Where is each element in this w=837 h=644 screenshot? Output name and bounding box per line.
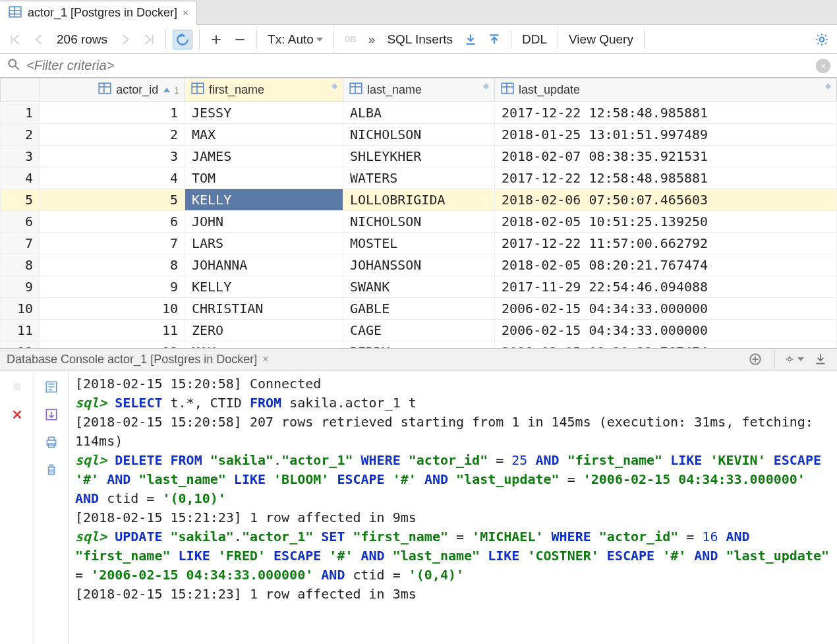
cell[interactable]: 2017-11-29 22:54:46.094088 — [495, 276, 837, 298]
table-row[interactable]: 11JESSYALBA2017-12-22 12:58:48.985881 — [1, 102, 837, 124]
cell[interactable]: 6 — [1, 211, 40, 233]
console-settings-button[interactable] — [784, 349, 804, 369]
cell[interactable]: NICHOLSON — [343, 211, 495, 233]
cell[interactable]: 7 — [40, 233, 185, 254]
cell[interactable]: KELLY — [185, 276, 343, 298]
tab-actor-1[interactable]: actor_1 [Postgres in Docker] × — [0, 1, 197, 25]
cell[interactable]: 5 — [1, 189, 40, 211]
cell[interactable]: WATERS — [343, 167, 495, 189]
cell[interactable]: 2 — [1, 124, 40, 146]
table-row[interactable]: 88JOHANNAJOHANSSON2018-02-05 08:20:21.76… — [1, 254, 837, 276]
next-page-button[interactable] — [115, 30, 135, 49]
cell[interactable]: 2018-02-07 08:38:35.921531 — [495, 146, 837, 167]
cell[interactable]: 2018-02-05 08:20:21.767474 — [495, 341, 837, 349]
cell[interactable]: 3 — [40, 146, 185, 167]
cell[interactable]: KELLY — [185, 189, 343, 211]
cell[interactable]: 6 — [40, 211, 185, 233]
cell[interactable]: 4 — [1, 167, 40, 189]
filter-input[interactable] — [26, 58, 811, 73]
table-row[interactable]: 66JOHNNICHOLSON2018-02-05 10:51:25.13925… — [1, 211, 837, 233]
output-button[interactable] — [40, 403, 63, 426]
table-row[interactable]: 1010CHRISTIANGABLE2006-02-15 04:34:33.00… — [1, 298, 837, 320]
cell[interactable]: JOHANSSON — [343, 254, 495, 276]
cell[interactable]: 2 — [40, 124, 185, 146]
table-row[interactable]: 33JAMESSHLEYKHER2018-02-07 08:38:35.9215… — [1, 146, 837, 167]
cell[interactable]: LARS — [185, 233, 343, 254]
cell[interactable]: 2018-01-25 13:01:51.997489 — [495, 124, 837, 146]
ddl-button[interactable]: DDL — [518, 32, 551, 47]
table-row[interactable]: 44TOMWATERS2017-12-22 12:58:48.985881 — [1, 167, 837, 189]
cell[interactable]: 1 — [40, 102, 185, 124]
cell[interactable]: MOSTEL — [343, 233, 495, 254]
column-header-last-name[interactable]: last_name ◆ — [343, 78, 495, 102]
cell[interactable]: JAMES — [185, 146, 343, 167]
cell[interactable]: 8 — [1, 254, 40, 276]
stop-button[interactable] — [6, 376, 28, 398]
first-page-button[interactable] — [5, 30, 25, 49]
import-button[interactable] — [461, 30, 480, 49]
close-icon[interactable]: × — [183, 7, 188, 19]
add-row-button[interactable] — [206, 30, 226, 49]
cell[interactable]: MAX — [185, 124, 343, 146]
cell[interactable]: 5 — [40, 189, 185, 211]
export-button[interactable] — [484, 30, 504, 49]
cell[interactable]: 8 — [40, 254, 185, 276]
sort-handle-icon[interactable]: ◆ — [825, 81, 831, 90]
print-button[interactable] — [40, 431, 63, 454]
cell[interactable]: LOLLOBRIGIDA — [343, 189, 495, 211]
clear-filter-button[interactable]: × — [816, 59, 830, 73]
cell[interactable]: BERRY — [343, 341, 495, 349]
cell[interactable]: NICHOLSON — [343, 124, 495, 146]
cell[interactable]: 2006-02-15 04:34:33.000000 — [495, 320, 837, 341]
cell[interactable]: 2006-02-15 04:34:33.000000 — [495, 298, 837, 320]
cell[interactable]: 10 — [1, 298, 40, 320]
table-row[interactable]: 1111ZEROCAGE2006-02-15 04:34:33.000000 — [1, 320, 837, 341]
cell[interactable]: 9 — [40, 276, 185, 298]
cell[interactable]: 10 — [40, 298, 185, 320]
cell[interactable]: 12 — [40, 341, 185, 349]
cell[interactable]: 1 — [1, 102, 40, 124]
cell[interactable]: SWANK — [343, 276, 495, 298]
settings-button[interactable] — [812, 30, 832, 49]
table-row[interactable]: 77LARSMOSTEL2017-12-22 11:57:00.662792 — [1, 233, 837, 254]
table-row[interactable]: 22MAXNICHOLSON2018-01-25 13:01:51.997489 — [1, 124, 837, 146]
last-page-button[interactable] — [139, 30, 159, 49]
explain-plan-button[interactable] — [40, 376, 63, 398]
column-header-first-name[interactable]: first_name ◆ — [185, 78, 343, 102]
cell[interactable]: JOHN — [185, 211, 343, 233]
view-query-button[interactable]: View Query — [565, 32, 637, 47]
cell[interactable]: ZERO — [185, 320, 343, 341]
column-header-actor-id[interactable]: actor_id 1 — [40, 78, 185, 102]
cancel-button[interactable] — [6, 403, 28, 426]
corner-cell[interactable] — [1, 78, 40, 102]
cell[interactable]: MAX — [185, 341, 343, 349]
cell[interactable]: 2018-02-05 10:51:25.139250 — [495, 211, 837, 233]
cell[interactable]: JESSY — [185, 102, 343, 124]
cell[interactable]: 11 — [40, 320, 185, 341]
cell[interactable]: 4 — [40, 167, 185, 189]
cell[interactable]: 2018-02-06 07:50:07.465603 — [495, 189, 837, 211]
cell[interactable]: 2017-12-22 11:57:00.662792 — [495, 233, 837, 254]
cell[interactable]: GABLE — [343, 298, 495, 320]
sort-handle-icon[interactable]: ◆ — [483, 81, 489, 90]
cell[interactable]: 12 — [1, 341, 40, 349]
column-header-last-update[interactable]: last_update ◆ — [495, 78, 837, 102]
download-button[interactable] — [811, 349, 830, 369]
add-console-button[interactable] — [745, 349, 765, 369]
cell[interactable]: 2017-12-22 12:58:48.985881 — [495, 167, 837, 189]
close-icon[interactable]: × — [262, 353, 268, 365]
sort-handle-icon[interactable]: ◆ — [332, 81, 337, 90]
prev-page-button[interactable] — [29, 30, 49, 49]
cell[interactable]: ALBA — [343, 102, 495, 124]
cell[interactable]: SHLEYKHER — [343, 146, 495, 167]
cell[interactable]: 2018-02-05 08:20:21.767474 — [495, 254, 837, 276]
tx-mode-dropdown[interactable]: Tx: Auto — [264, 32, 327, 47]
refresh-button[interactable] — [173, 30, 192, 49]
cell[interactable]: 2017-12-22 12:58:48.985881 — [495, 102, 837, 124]
table-row[interactable]: 99KELLYSWANK2017-11-29 22:54:46.094088 — [1, 276, 837, 298]
cell[interactable]: 7 — [1, 233, 40, 254]
console-output[interactable]: [2018-02-15 15:20:58] Connectedsql> SELE… — [69, 370, 837, 644]
cell[interactable]: 3 — [1, 146, 40, 167]
cell[interactable]: JOHANNA — [185, 254, 343, 276]
clear-button[interactable] — [40, 459, 63, 481]
